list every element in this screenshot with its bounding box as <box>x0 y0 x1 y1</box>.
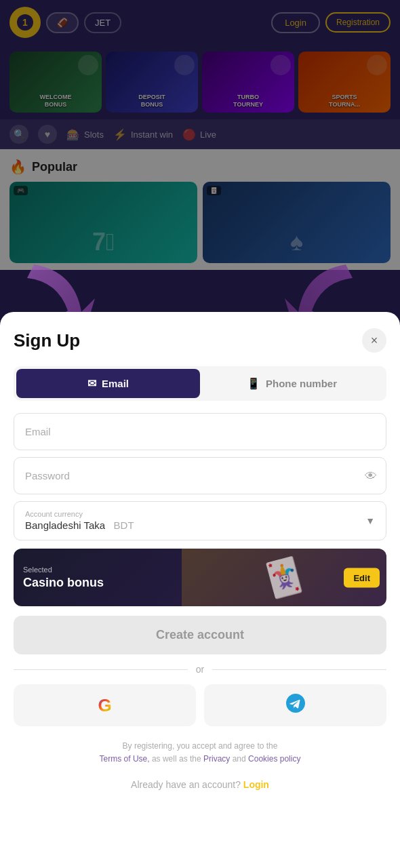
bonus-selected-label: Selected <box>23 566 104 574</box>
cookies-link[interactable]: Cookies policy <box>248 754 300 764</box>
chevron-down-icon: ▼ <box>365 515 375 526</box>
password-wrapper: 👁 <box>14 457 386 494</box>
footer-text-3: and <box>233 754 246 764</box>
bonus-banner: Selected Casino bonus 🃏 Edit <box>14 549 386 606</box>
already-have-account: Already have an account? Login <box>14 779 386 790</box>
telegram-icon <box>286 694 305 717</box>
modal-title: Sign Up <box>14 330 80 351</box>
footer-text-2: as well as the <box>152 754 201 764</box>
phone-icon: 📱 <box>247 377 260 390</box>
currency-label: Account currency <box>25 510 134 518</box>
edit-bonus-button[interactable]: Edit <box>344 568 380 587</box>
signup-modal: Sign Up × ✉ Email 📱 Phone number 👁 Accou… <box>0 312 400 868</box>
create-account-button[interactable]: Create account <box>14 616 386 654</box>
already-label: Already have an account? <box>131 779 241 790</box>
currency-code: BDT <box>114 519 134 531</box>
currency-value-row: Bangladeshi Taka BDT <box>25 519 134 532</box>
bonus-info: Selected Casino bonus <box>23 566 104 590</box>
terms-link[interactable]: Terms of Use, <box>100 754 150 764</box>
phone-tab[interactable]: 📱 Phone number <box>200 369 384 398</box>
google-icon: G <box>98 695 111 716</box>
bonus-name: Casino bonus <box>23 576 104 590</box>
cards-icon: 🃏 <box>258 553 309 601</box>
currency-value: Bangladeshi Taka <box>25 519 105 531</box>
email-tab-label: Email <box>102 378 129 389</box>
modal-header: Sign Up × <box>14 328 386 353</box>
or-divider: or <box>14 664 386 675</box>
telegram-login-button[interactable] <box>204 684 386 726</box>
phone-tab-label: Phone number <box>266 378 337 389</box>
social-row: G <box>14 684 386 726</box>
currency-info: Account currency Bangladeshi Taka BDT <box>25 510 134 532</box>
email-input[interactable] <box>14 413 386 450</box>
footer-text: By registering, you accept and agree to … <box>14 740 386 766</box>
or-label: or <box>196 664 204 675</box>
eye-icon[interactable]: 👁 <box>365 469 377 483</box>
google-login-button[interactable]: G <box>14 684 196 726</box>
close-button[interactable]: × <box>362 328 386 353</box>
footer-text-1: By registering, you accept and agree to … <box>123 741 278 751</box>
currency-select[interactable]: Account currency Bangladeshi Taka BDT ▼ <box>14 501 386 540</box>
email-tab[interactable]: ✉ Email <box>16 369 200 398</box>
email-icon: ✉ <box>87 377 96 390</box>
login-link[interactable]: Login <box>243 779 269 790</box>
tabs-row: ✉ Email 📱 Phone number <box>14 366 386 401</box>
password-input[interactable] <box>14 457 386 494</box>
privacy-link[interactable]: Privacy <box>203 754 230 764</box>
